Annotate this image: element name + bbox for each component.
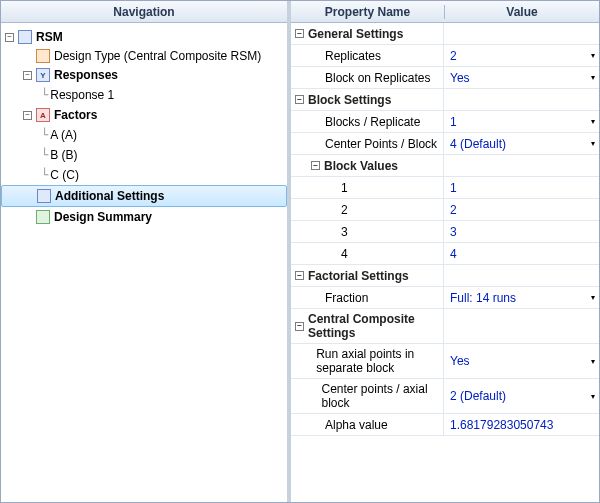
property-value-cell[interactable]: 2 (Default)▾ bbox=[444, 379, 599, 413]
chevron-down-icon[interactable]: ▾ bbox=[583, 392, 595, 401]
property-section[interactable]: −Factorial Settings bbox=[291, 265, 599, 287]
tree-elbow: └ bbox=[41, 168, 48, 182]
collapse-icon[interactable]: − bbox=[295, 95, 304, 104]
tree-node-icon bbox=[37, 189, 51, 203]
tree-node-icon: Y bbox=[36, 68, 50, 82]
tree-node-icon bbox=[18, 30, 32, 44]
collapse-icon[interactable]: − bbox=[311, 161, 320, 170]
header-property-name: Property Name bbox=[291, 5, 444, 19]
property-value-text: 1.68179283050743 bbox=[450, 418, 553, 432]
properties-header: Property Name Value bbox=[291, 1, 599, 23]
tree-item-label: Design Summary bbox=[54, 210, 152, 224]
navigation-header: Navigation bbox=[1, 1, 287, 23]
property-row: 22 bbox=[291, 199, 599, 221]
tree-elbow: └ bbox=[41, 148, 48, 162]
chevron-down-icon[interactable]: ▾ bbox=[583, 357, 595, 366]
tree-item-label: Responses bbox=[54, 68, 118, 82]
tree-item[interactable]: Additional Settings bbox=[1, 185, 287, 207]
navigation-tree[interactable]: −RSMDesign Type (Central Composite RSM)−… bbox=[1, 23, 287, 502]
property-value-cell bbox=[444, 89, 599, 110]
property-value-cell[interactable]: Yes▾ bbox=[444, 67, 599, 88]
property-value-cell[interactable]: Full: 14 runs▾ bbox=[444, 287, 599, 308]
chevron-down-icon[interactable]: ▾ bbox=[583, 73, 595, 82]
properties-panel: Property Name Value −General SettingsRep… bbox=[291, 1, 599, 502]
property-name-label: General Settings bbox=[308, 24, 403, 44]
collapse-icon[interactable]: − bbox=[5, 33, 14, 42]
property-row: 44 bbox=[291, 243, 599, 265]
collapse-icon[interactable]: − bbox=[295, 29, 304, 38]
property-value-cell[interactable]: Yes▾ bbox=[444, 344, 599, 378]
property-value-cell[interactable]: 4 (Default)▾ bbox=[444, 133, 599, 154]
property-value-cell[interactable]: 3 bbox=[444, 221, 599, 242]
tree-item[interactable]: └Response 1 bbox=[1, 85, 287, 105]
property-name-label: Fraction bbox=[325, 288, 368, 308]
property-section[interactable]: −Block Values bbox=[291, 155, 599, 177]
property-value-text: 4 bbox=[450, 247, 457, 261]
property-value-cell[interactable]: 2 bbox=[444, 199, 599, 220]
tree-item[interactable]: Design Summary bbox=[1, 207, 287, 227]
tree-item[interactable]: Design Type (Central Composite RSM) bbox=[1, 47, 287, 65]
chevron-down-icon[interactable]: ▾ bbox=[583, 293, 595, 302]
property-name-label: Run axial points in separate block bbox=[316, 344, 443, 378]
chevron-down-icon[interactable]: ▾ bbox=[583, 51, 595, 60]
property-name-label: Block on Replicates bbox=[325, 68, 430, 88]
property-name-label: 3 bbox=[341, 222, 348, 242]
property-value-cell[interactable]: 1.68179283050743 bbox=[444, 414, 599, 435]
collapse-icon[interactable]: − bbox=[295, 271, 304, 280]
property-name-label: Replicates bbox=[325, 46, 381, 66]
property-name-label: 4 bbox=[341, 244, 348, 264]
tree-item[interactable]: −YResponses bbox=[1, 65, 287, 85]
property-value-text: 4 (Default) bbox=[450, 137, 506, 151]
tree-node-icon: A bbox=[36, 108, 50, 122]
tree-node-icon bbox=[36, 210, 50, 224]
property-row: Blocks / Replicate1▾ bbox=[291, 111, 599, 133]
tree-elbow: └ bbox=[41, 88, 48, 102]
tree-item-label: Factors bbox=[54, 108, 97, 122]
tree-item-label: RSM bbox=[36, 30, 63, 44]
tree-item[interactable]: └B (B) bbox=[1, 145, 287, 165]
app-root: Navigation −RSMDesign Type (Central Comp… bbox=[0, 0, 600, 503]
chevron-down-icon[interactable]: ▾ bbox=[583, 117, 595, 126]
tree-item-label: Design Type (Central Composite RSM) bbox=[54, 49, 261, 63]
property-name-label: Factorial Settings bbox=[308, 266, 409, 286]
tree-elbow: └ bbox=[41, 128, 48, 142]
property-value-cell[interactable]: 1 bbox=[444, 177, 599, 198]
collapse-icon[interactable]: − bbox=[23, 71, 32, 80]
property-name-label: Central Composite Settings bbox=[308, 309, 443, 343]
tree-item[interactable]: └A (A) bbox=[1, 125, 287, 145]
property-name-label: 1 bbox=[341, 178, 348, 198]
property-value-cell[interactable]: 2▾ bbox=[444, 45, 599, 66]
collapse-icon[interactable]: − bbox=[23, 111, 32, 120]
property-value-text: 1 bbox=[450, 181, 457, 195]
property-value-cell[interactable]: 1▾ bbox=[444, 111, 599, 132]
property-value-cell bbox=[444, 309, 599, 343]
property-name-label: Block Values bbox=[324, 156, 398, 176]
tree-item[interactable]: └C (C) bbox=[1, 165, 287, 185]
property-value-text: Yes bbox=[450, 71, 470, 85]
chevron-down-icon[interactable]: ▾ bbox=[583, 139, 595, 148]
property-row: 11 bbox=[291, 177, 599, 199]
property-row: Center points / axial block2 (Default)▾ bbox=[291, 379, 599, 414]
property-section[interactable]: −Block Settings bbox=[291, 89, 599, 111]
navigation-header-label: Navigation bbox=[113, 5, 174, 19]
property-value-text: Full: 14 runs bbox=[450, 291, 516, 305]
tree-node-icon bbox=[36, 49, 50, 63]
property-value-cell bbox=[444, 265, 599, 286]
tree-item-label: Response 1 bbox=[50, 88, 114, 102]
property-value-cell bbox=[444, 155, 599, 176]
tree-item-label: A (A) bbox=[50, 128, 77, 142]
property-value-text: 2 bbox=[450, 203, 457, 217]
property-value-text: 2 (Default) bbox=[450, 389, 506, 403]
property-name-label: Alpha value bbox=[325, 415, 388, 435]
property-row: FractionFull: 14 runs▾ bbox=[291, 287, 599, 309]
property-section[interactable]: −Central Composite Settings bbox=[291, 309, 599, 344]
property-value-cell[interactable]: 4 bbox=[444, 243, 599, 264]
tree-item[interactable]: −AFactors bbox=[1, 105, 287, 125]
collapse-icon[interactable]: − bbox=[295, 322, 304, 331]
property-section[interactable]: −General Settings bbox=[291, 23, 599, 45]
property-value-text: 2 bbox=[450, 49, 457, 63]
tree-item-label: Additional Settings bbox=[55, 189, 164, 203]
tree-item[interactable]: −RSM bbox=[1, 27, 287, 47]
properties-body[interactable]: −General SettingsReplicates2▾Block on Re… bbox=[291, 23, 599, 502]
property-name-label: Center Points / Block bbox=[325, 134, 437, 154]
